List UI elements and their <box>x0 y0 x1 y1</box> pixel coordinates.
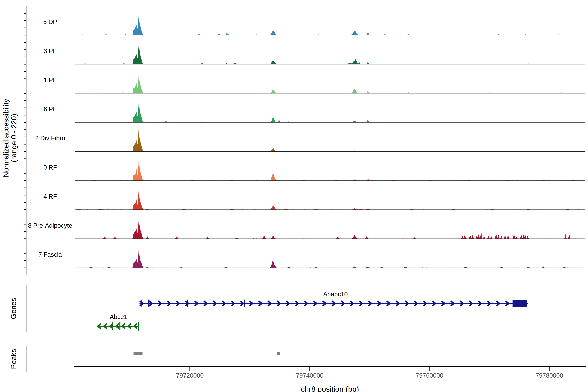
x-axis-title: chr8 position (bp) <box>301 385 359 392</box>
track-label: 1 PF <box>44 76 57 84</box>
gene-name-label: Abce1 <box>110 314 128 320</box>
gene-end-bar <box>138 322 139 331</box>
exon-tick <box>120 322 120 330</box>
y-axis-title-line2: (range 0 - 220) <box>10 114 18 162</box>
exon-tick <box>187 300 188 308</box>
track-label: 2 Div Fibro <box>35 135 65 142</box>
peaks-section-label: Peaks <box>10 349 18 369</box>
exon-tick <box>148 300 150 308</box>
coverage-plot-figure: Normalized accessibility (range 0 - 220)… <box>0 0 588 392</box>
peak-interval <box>134 352 142 355</box>
track-label: 0 RF <box>44 164 57 171</box>
track-label: 4 RF <box>44 193 57 200</box>
track-label: 8 Pre-Adipocyte <box>28 222 72 229</box>
track-label: 6 PF <box>44 106 57 112</box>
track-label: 3 PF <box>44 48 57 54</box>
x-tick-label: 79760000 <box>416 372 443 379</box>
y-axis-title-line1: Normalized accessibility <box>2 99 10 177</box>
exon-tick <box>141 300 142 308</box>
x-tick-label: 79720000 <box>176 372 204 379</box>
exon-box <box>512 300 527 307</box>
x-tick-label: 79780000 <box>536 372 563 379</box>
coverage-plot-svg: Normalized accessibility (range 0 - 220)… <box>0 0 588 392</box>
figure-background <box>0 0 588 392</box>
gene-name-label: Anapc10 <box>323 291 348 298</box>
exon-tick <box>244 300 245 308</box>
peak-interval <box>277 352 280 355</box>
track-label: 7 Fascia <box>38 251 62 258</box>
track-label: 5 DP <box>43 18 57 25</box>
x-tick-label: 79740000 <box>296 372 324 379</box>
genes-section-label: Genes <box>10 298 18 319</box>
exon-tick <box>112 322 113 330</box>
